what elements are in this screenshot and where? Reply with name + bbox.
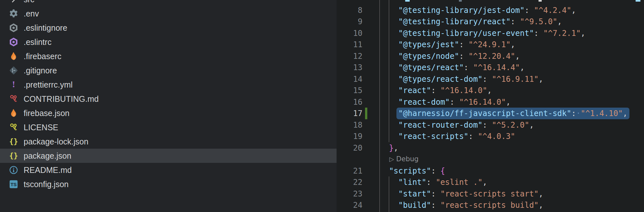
line-number-16[interactable]: 16 bbox=[337, 96, 362, 108]
token-pun: , bbox=[520, 63, 525, 72]
line-number-11[interactable]: 11 bbox=[337, 39, 362, 50]
line-number-24[interactable]: 24 bbox=[337, 199, 362, 211]
token-pun: , bbox=[529, 121, 534, 130]
line-number-12[interactable]: 12 bbox=[337, 50, 362, 62]
chevron-right-icon bbox=[8, 0, 19, 5]
file-name: .eslintrc bbox=[24, 37, 51, 47]
token-key: "@testing-library/react" bbox=[398, 17, 511, 26]
token-pun: , bbox=[539, 75, 543, 84]
token-ws-indent bbox=[380, 6, 398, 15]
line-number-15[interactable]: 15 bbox=[337, 85, 362, 96]
token-pun: : bbox=[431, 86, 436, 95]
line-number-13[interactable]: 13 bbox=[337, 62, 362, 73]
token-pun: , bbox=[511, 40, 515, 49]
sidebar-item-env[interactable]: .env bbox=[0, 6, 337, 21]
line-number-19[interactable]: 19 bbox=[337, 131, 362, 142]
sidebar-item-contributing-md[interactable]: CONTRIBUTING.md bbox=[0, 92, 337, 106]
file-explorer-list: src.env.eslintignore.eslintrc.firebaserc… bbox=[0, 0, 337, 191]
codelens-debug-link[interactable]: ▷ Debug bbox=[389, 154, 418, 165]
token-ws-indent bbox=[380, 121, 398, 130]
token-key: "@types/react-dom" bbox=[398, 75, 483, 84]
code-line-16[interactable]: 16 "react-dom": "^16.14.0", bbox=[337, 96, 644, 108]
file-name: README.md bbox=[24, 165, 72, 175]
code-line-15[interactable]: 15 "react": "^16.14.0", bbox=[337, 85, 644, 96]
svg-text:{}: {} bbox=[9, 137, 18, 146]
code-line-22[interactable]: 22 "lint": "eslint .", bbox=[337, 176, 644, 188]
token-ws-indent bbox=[380, 178, 398, 187]
token-ws-indent bbox=[436, 189, 440, 198]
token-ws-indent bbox=[436, 166, 440, 175]
code-line-10[interactable]: 10 "@testing-library/user-event": "^7.2.… bbox=[337, 27, 644, 39]
token-pun: : bbox=[459, 52, 464, 61]
sidebar-item-license[interactable]: LICENSE bbox=[0, 120, 337, 134]
code-text: "scripts": { bbox=[380, 165, 445, 177]
token-pun: , bbox=[623, 109, 627, 118]
file-name: src bbox=[24, 0, 34, 4]
keys-icon bbox=[8, 94, 19, 104]
code-line-18[interactable]: 18 "react-router-dom": "^5.2.0", bbox=[337, 119, 644, 131]
token-str: "^12.20.4" bbox=[469, 52, 516, 61]
braces-icon: {} bbox=[8, 151, 19, 161]
token-pun: : bbox=[427, 178, 431, 187]
line-number-14[interactable]: 14 bbox=[337, 73, 362, 85]
line-number-20[interactable]: 20 bbox=[337, 142, 362, 154]
token-ws-indent bbox=[469, 63, 473, 72]
token-str: "react-scripts start" bbox=[440, 189, 539, 198]
line-number-21[interactable]: 21 bbox=[337, 165, 362, 177]
token-pun: , bbox=[487, 86, 492, 95]
file-name: package.json bbox=[24, 151, 71, 161]
sidebar-item-tsconfig-json[interactable]: TStsconfig.json bbox=[0, 177, 337, 191]
code-line-24[interactable]: 24 "build": "react-scripts build", bbox=[337, 199, 644, 211]
token-pun: , bbox=[557, 17, 562, 26]
code-line-23[interactable]: 23 "start": "react-scripts start", bbox=[337, 188, 644, 200]
sidebar-item-firebaserc[interactable]: .firebaserc bbox=[0, 49, 337, 63]
sidebar-item-eslintignore[interactable]: .eslintignore bbox=[0, 21, 337, 35]
sidebar-folder-src[interactable]: src bbox=[0, 0, 337, 6]
token-pun: , bbox=[483, 178, 487, 187]
ts-badge-icon: TS bbox=[8, 179, 19, 189]
sidebar-item-prettierrc-yml[interactable]: !.prettierrc.yml bbox=[0, 78, 337, 92]
code-line-12[interactable]: 12 "@types/node": "^12.20.4", bbox=[337, 50, 644, 62]
token-ws-indent bbox=[380, 189, 398, 198]
line-number-22[interactable]: 22 bbox=[337, 176, 362, 188]
sidebar-item-eslintrc[interactable]: .eslintrc bbox=[0, 35, 337, 49]
code-line-17[interactable]: 17 "@harnessio/ff-javascript-client-sdk"… bbox=[337, 108, 644, 119]
code-text: "@types/react": "^16.14.4", bbox=[380, 62, 525, 73]
token-pun: , bbox=[539, 201, 543, 210]
line-number-23[interactable]: 23 bbox=[337, 188, 362, 200]
token-str: "^16.14.4" bbox=[473, 63, 520, 72]
editor-pane[interactable]: 8 "@testing-library/jest-dom": "^4.2.4",… bbox=[337, 0, 644, 212]
line-number-8[interactable]: 8 bbox=[337, 5, 362, 16]
token-key: "start" bbox=[398, 189, 431, 198]
token-ws-indent bbox=[380, 75, 398, 84]
code-line-8[interactable]: 8 "@testing-library/jest-dom": "^4.2.4", bbox=[337, 5, 644, 16]
code-line-14[interactable]: 14 "@types/react-dom": "^16.9.11", bbox=[337, 73, 644, 85]
code-line-20[interactable]: 20 }, bbox=[337, 142, 644, 154]
code-text: "react-scripts": "^4.0.3" bbox=[380, 131, 515, 142]
clipped-glyph-fragment bbox=[405, 0, 410, 2]
line-number-10[interactable]: 10 bbox=[337, 27, 362, 39]
token-brc: { bbox=[440, 166, 445, 175]
code-line-11[interactable]: 11 "@types/jest": "^24.9.1", bbox=[337, 39, 644, 50]
code-line-21[interactable]: 21 "scripts": { bbox=[337, 165, 644, 177]
code-line-9[interactable]: 9 "@testing-library/react": "^9.5.0", bbox=[337, 16, 644, 27]
line-number-18[interactable]: 18 bbox=[337, 119, 362, 131]
code-line-13[interactable]: 13 "@types/react": "^16.14.4", bbox=[337, 62, 644, 73]
token-str: "^9.5.0" bbox=[520, 17, 557, 26]
token-ws-indent bbox=[473, 132, 478, 141]
sidebar-item-firebase-json[interactable]: firebase.json bbox=[0, 106, 337, 120]
code-text: "start": "react-scripts start", bbox=[380, 188, 543, 200]
sidebar-item-readme-md[interactable]: README.md bbox=[0, 163, 337, 177]
token-pun: , bbox=[571, 6, 576, 15]
sidebar-item-package-lock-json[interactable]: {}package-lock.json bbox=[0, 134, 337, 149]
sidebar-item-package-json[interactable]: {}package.json bbox=[0, 149, 337, 163]
line-number-9[interactable]: 9 bbox=[337, 16, 362, 27]
token-ws-indent bbox=[436, 201, 440, 210]
token-ws-indent bbox=[529, 6, 534, 15]
code-line-19[interactable]: 19 "react-scripts": "^4.0.3" bbox=[337, 131, 644, 142]
line-number-17[interactable]: 17 bbox=[337, 108, 362, 119]
token-ws-indent bbox=[380, 201, 398, 210]
sidebar-item-gitignore[interactable]: .gitignore bbox=[0, 63, 337, 78]
file-name: LICENSE bbox=[24, 123, 58, 132]
token-pun: : bbox=[431, 189, 436, 198]
